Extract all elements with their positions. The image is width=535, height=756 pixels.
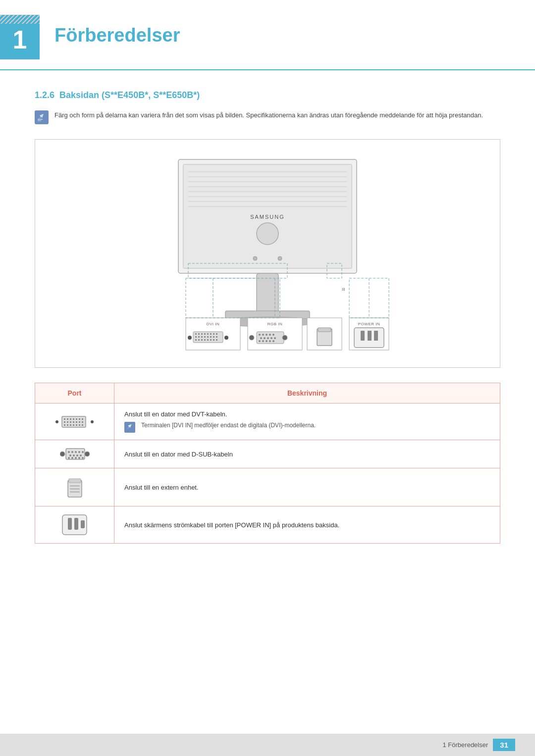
svg-rect-126: [70, 485, 80, 487]
svg-point-110: [71, 451, 73, 453]
svg-point-67: [269, 340, 271, 342]
svg-rect-72: [318, 328, 331, 332]
svg-rect-88: [70, 418, 71, 420]
svg-point-54: [259, 334, 261, 336]
svg-rect-130: [68, 518, 72, 530]
svg-rect-98: [79, 421, 80, 423]
main-content: 1.2.6 Baksidan (S**E450B*, S**E650B*) Fä…: [0, 90, 535, 573]
svg-rect-99: [82, 421, 83, 423]
svg-rect-46: [210, 339, 212, 341]
svg-rect-36: [204, 336, 206, 338]
port-cell-hdmi: [35, 468, 114, 506]
note-icon: [35, 110, 49, 124]
svg-rect-47: [213, 339, 214, 341]
svg-rect-105: [79, 424, 80, 426]
desc-cell-vga: Anslut till en dator med D-SUB-kabeln: [114, 440, 500, 468]
svg-rect-39: [213, 336, 214, 338]
svg-rect-76: [361, 331, 365, 341]
page-header: 1 Förberedelser: [0, 0, 535, 70]
svg-point-109: [68, 451, 70, 453]
table-row: Anslut till en dator med DVT-kabeln. Ter…: [35, 403, 500, 440]
svg-rect-89: [73, 418, 74, 420]
footer-text: 1 Förberedelser: [443, 741, 488, 749]
svg-point-119: [71, 457, 73, 459]
svg-point-123: [85, 452, 90, 456]
svg-rect-27: [201, 333, 203, 335]
svg-point-116: [76, 454, 78, 456]
svg-rect-43: [201, 339, 203, 341]
svg-rect-91: [79, 418, 80, 420]
dvi-note-row: Terminalen [DVI IN] medföljer endast de …: [124, 422, 490, 433]
svg-point-14: [253, 256, 257, 260]
ports-table: Port Beskrivning: [35, 383, 500, 544]
svg-rect-128: [70, 491, 80, 493]
svg-rect-132: [81, 520, 85, 528]
dvi-note-icon: [124, 422, 135, 433]
dvi-port-icon: [45, 414, 104, 429]
svg-point-49: [224, 336, 228, 340]
svg-rect-93: [64, 421, 65, 423]
svg-text:DVI IN: DVI IN: [207, 322, 220, 326]
svg-point-23: [188, 336, 192, 340]
svg-rect-31: [213, 333, 214, 335]
svg-point-107: [60, 452, 65, 456]
svg-point-114: [69, 454, 71, 456]
svg-point-65: [262, 340, 264, 342]
chapter-number: 1: [13, 27, 27, 52]
svg-point-115: [73, 454, 75, 456]
svg-rect-48: [216, 339, 217, 341]
svg-rect-42: [198, 339, 200, 341]
svg-rect-131: [74, 518, 78, 530]
svg-rect-92: [82, 418, 83, 420]
chapter-title: Förberedelser: [40, 15, 505, 46]
svg-rect-45: [207, 339, 209, 341]
dvi-dot-right: [91, 420, 94, 423]
svg-point-56: [266, 334, 268, 336]
svg-rect-106: [82, 424, 83, 426]
svg-point-118: [68, 457, 70, 459]
svg-point-112: [78, 451, 80, 453]
table-header-port: Port: [35, 383, 114, 403]
dvi-note-text: Terminalen [DVI IN] medföljer endast de …: [141, 422, 316, 429]
svg-rect-101: [67, 424, 68, 426]
desc-cell-hdmi: Anslut till en extern enhet.: [114, 468, 500, 506]
svg-rect-35: [201, 336, 203, 338]
svg-point-120: [75, 457, 77, 459]
svg-point-68: [272, 340, 274, 342]
svg-rect-77: [368, 331, 372, 341]
monitor-svg: SAMSUNG DVI IN: [45, 150, 490, 357]
svg-rect-97: [76, 421, 77, 423]
svg-rect-38: [210, 336, 212, 338]
diagram-container: SAMSUNG DVI IN: [35, 139, 500, 368]
svg-rect-26: [198, 333, 200, 335]
chapter-number-block: 1: [0, 15, 40, 59]
svg-point-122: [82, 457, 84, 459]
svg-point-69: [282, 335, 287, 340]
svg-point-113: [82, 451, 84, 453]
svg-point-63: [274, 337, 276, 339]
table-row: Anslut till en extern enhet.: [35, 468, 500, 506]
svg-rect-86: [64, 418, 65, 420]
svg-rect-95: [70, 421, 71, 423]
note-box: Färg och form på delarna kan variera frå…: [35, 110, 500, 124]
svg-rect-104: [76, 424, 77, 426]
svg-text:POWER IN: POWER IN: [358, 322, 380, 326]
page-number: 31: [493, 739, 515, 751]
svg-point-61: [267, 337, 269, 339]
svg-rect-41: [195, 339, 197, 341]
svg-rect-29: [207, 333, 209, 335]
svg-rect-90: [76, 418, 77, 420]
svg-rect-100: [64, 424, 65, 426]
table-header-desc: Beskrivning: [114, 383, 500, 403]
svg-point-57: [269, 334, 271, 336]
svg-point-121: [78, 457, 80, 459]
section-heading: 1.2.6 Baksidan (S**E450B*, S**E650B*): [35, 90, 500, 101]
svg-point-58: [272, 334, 274, 336]
svg-point-62: [270, 337, 272, 339]
port-cell-dvi: [35, 403, 114, 440]
svg-point-60: [264, 337, 266, 339]
svg-rect-127: [70, 488, 80, 490]
desc-cell-power: Anslut skärmens strömkabel till porten […: [114, 506, 500, 544]
dvi-dot-left: [55, 420, 58, 423]
svg-text:RGB IN: RGB IN: [268, 322, 283, 326]
